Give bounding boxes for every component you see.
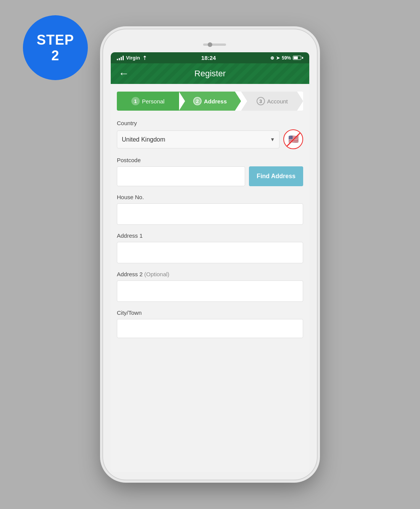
address1-field-group: Address 1 — [117, 232, 303, 263]
address1-label: Address 1 — [117, 232, 303, 239]
no-us-flag-icon: 🇺🇸 — [283, 129, 303, 149]
house-no-field-group: House No. — [117, 194, 303, 225]
city-input[interactable] — [117, 319, 303, 338]
step-address[interactable]: 2 Address — [179, 92, 241, 111]
address2-field-group: Address 2 (Optional) — [117, 271, 303, 302]
house-no-input[interactable] — [117, 203, 303, 225]
country-row: United Kingdom United States Canada Aust… — [117, 129, 303, 149]
camera-icon — [208, 42, 212, 47]
step-personal[interactable]: 1 Personal — [117, 92, 179, 111]
find-address-button[interactable]: Find Address — [249, 166, 303, 186]
back-button[interactable]: ← — [118, 68, 129, 80]
phone-screen: Virgin ⇡ 18:24 ⊕ ➤ 59% ← Register — [111, 52, 309, 472]
postcode-row: Find Address — [117, 166, 303, 186]
step-3-label: Account — [267, 98, 288, 105]
progress-steps: 1 Personal 2 Address 3 Account — [117, 92, 303, 111]
country-label: Country — [117, 120, 303, 126]
country-select-wrapper: United Kingdom United States Canada Aust… — [117, 130, 279, 148]
time-display: 18:24 — [201, 55, 216, 61]
step-account[interactable]: 3 Account — [241, 92, 303, 111]
postcode-field-group: Postcode Find Address — [117, 157, 303, 186]
house-no-label: House No. — [117, 194, 303, 200]
wifi-icon: ⇡ — [142, 55, 147, 61]
address2-label: Address 2 (Optional) — [117, 271, 303, 277]
step-badge: STEP 2 — [23, 15, 88, 80]
gps-icon: ⊕ — [270, 55, 274, 61]
status-left: Virgin ⇡ — [117, 55, 147, 61]
page-title: Register — [194, 69, 226, 79]
battery-pct: 59% — [282, 55, 291, 61]
signal-icon — [117, 56, 124, 60]
address2-input[interactable] — [117, 280, 303, 302]
phone-top — [111, 37, 309, 52]
step-2-label: Address — [204, 98, 227, 105]
phone-frame: Virgin ⇡ 18:24 ⊕ ➤ 59% ← Register — [103, 29, 317, 480]
status-right: ⊕ ➤ 59% — [270, 55, 303, 61]
status-bar: Virgin ⇡ 18:24 ⊕ ➤ 59% — [111, 52, 309, 63]
postcode-input[interactable] — [117, 166, 245, 186]
step-3-number: 3 — [257, 97, 265, 105]
speaker-icon — [203, 43, 226, 46]
step-2-number: 2 — [193, 97, 202, 105]
step-badge-text: STEP 2 — [37, 32, 74, 64]
step-1-label: Personal — [142, 98, 165, 105]
location-icon: ➤ — [276, 55, 280, 61]
carrier-label: Virgin — [126, 55, 140, 61]
country-select[interactable]: United Kingdom United States Canada Aust… — [117, 130, 279, 148]
city-field-group: City/Town — [117, 309, 303, 338]
battery-icon — [293, 56, 303, 60]
screen-content: 1 Personal 2 Address 3 Account — [111, 84, 309, 353]
address1-input[interactable] — [117, 242, 303, 263]
step-1-number: 1 — [131, 97, 140, 105]
nav-bar: ← Register — [111, 63, 309, 84]
city-label: City/Town — [117, 309, 303, 316]
country-field-group: Country United Kingdom United States Can… — [117, 120, 303, 149]
postcode-label: Postcode — [117, 157, 303, 163]
